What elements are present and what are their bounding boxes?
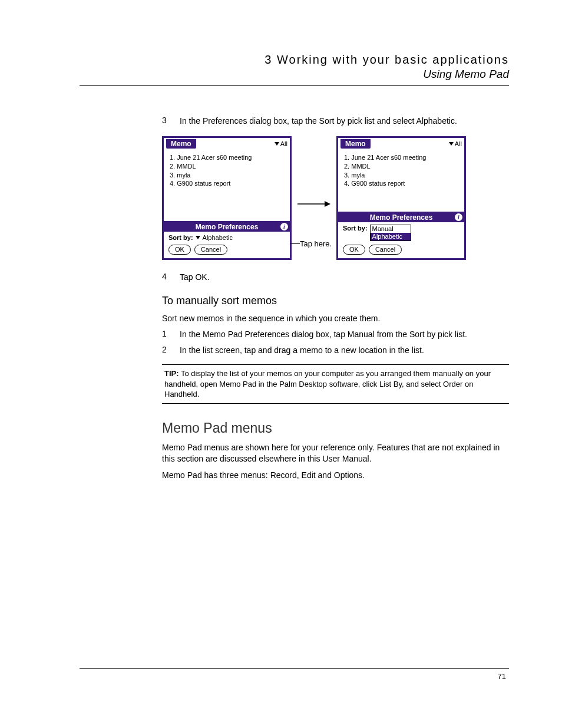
footer-rule xyxy=(80,668,509,669)
memo-tab[interactable]: Memo xyxy=(340,139,371,149)
dropdown-icon xyxy=(275,142,279,146)
category-filter[interactable]: All xyxy=(275,140,287,147)
step-3: 3 In the Preferences dialog box, tap the… xyxy=(162,116,509,127)
step-number: 3 xyxy=(162,116,180,127)
step-text: Tap OK. xyxy=(180,272,210,283)
header-rule xyxy=(80,85,509,86)
sortby-label: Sort by: xyxy=(343,225,368,232)
step-4: 4 Tap OK. xyxy=(162,272,509,283)
picklist-option-alphabetic[interactable]: Alphabetic xyxy=(371,233,411,241)
step-text: In the Preferences dialog box, tap the S… xyxy=(180,116,457,127)
list-item[interactable]: 4. G900 status report xyxy=(344,179,458,188)
info-icon[interactable]: i xyxy=(455,213,462,221)
filter-label: All xyxy=(455,140,462,147)
prefs-title: Memo Preferences xyxy=(196,223,259,231)
memo-screen-left: Memo All 1. June 21 Acer s60 meeting 2. … xyxy=(162,136,292,260)
section-title: Using Memo Pad xyxy=(80,68,509,81)
category-filter[interactable]: All xyxy=(449,140,462,147)
memo-list: 1. June 21 Acer s60 meeting 2. MMDL 3. m… xyxy=(164,151,290,190)
sortby-value[interactable]: Alphabetic xyxy=(203,234,233,241)
list-item[interactable]: 2. MMDL xyxy=(344,162,458,171)
section2-p2: Memo Pad has three menus: Record, Edit a… xyxy=(162,470,509,482)
filter-label: All xyxy=(280,140,287,147)
section2-p1: Memo Pad menus are shown here for your r… xyxy=(162,442,509,465)
page-header: 3 Working with your basic applications U… xyxy=(80,53,509,86)
sortby-picklist-open[interactable]: Manual Alphabetic xyxy=(370,225,411,241)
step-c2: 2 In the list screen, tap and drag a mem… xyxy=(162,345,509,356)
list-item[interactable]: 1. June 21 Acer s60 meeting xyxy=(344,153,458,162)
sortby-label: Sort by: xyxy=(168,234,193,241)
list-item[interactable]: 4. G900 status report xyxy=(170,179,284,188)
figure-row: Memo All 1. June 21 Acer s60 meeting 2. … xyxy=(162,136,509,260)
sub-intro: Sort new memos in the sequence in which … xyxy=(162,313,509,325)
picklist-option-manual[interactable]: Manual xyxy=(371,225,411,233)
page-number: 71 xyxy=(498,672,506,681)
svg-marker-1 xyxy=(325,201,330,207)
list-item[interactable]: 2. MMDL xyxy=(170,162,284,171)
prefs-title: Memo Preferences xyxy=(370,213,433,222)
arrow-icon xyxy=(296,200,332,208)
step-number: 2 xyxy=(162,345,180,356)
tip-text: To display the list of your memos on you… xyxy=(164,369,491,398)
dropdown-icon xyxy=(196,236,200,239)
chapter-title: 3 Working with your basic applications xyxy=(80,53,509,67)
ok-button[interactable]: OK xyxy=(343,245,365,255)
memo-list: 1. June 21 Acer s60 meeting 2. MMDL 3. m… xyxy=(338,151,464,190)
tip-label: TIP: xyxy=(164,369,179,378)
subheading-sort-memos: To manually sort memos xyxy=(162,295,509,307)
section-memo-pad-menus: Memo Pad menus xyxy=(162,420,509,436)
step-number: 1 xyxy=(162,329,180,340)
list-item[interactable]: 1. June 21 Acer s60 meeting xyxy=(170,153,284,162)
cancel-button[interactable]: Cancel xyxy=(369,245,402,255)
list-item[interactable]: 3. myla xyxy=(344,171,458,180)
cancel-button[interactable]: Cancel xyxy=(194,245,227,255)
arrow-annotation: Tap here. xyxy=(296,136,332,260)
memo-tab[interactable]: Memo xyxy=(166,139,196,149)
info-icon[interactable]: i xyxy=(280,223,288,230)
step-text: In the Memo Pad Preferences dialog box, … xyxy=(180,329,467,340)
tip-box: TIP: To display the list of your memos o… xyxy=(162,364,509,404)
memo-preferences-dialog: Memo Preferences i Sort by: Manual Alpha… xyxy=(338,212,464,258)
memo-screen-right: Memo All 1. June 21 Acer s60 meeting 2. … xyxy=(336,136,466,260)
dropdown-icon xyxy=(449,142,454,146)
list-item[interactable]: 3. myla xyxy=(170,171,284,180)
tap-here-label: Tap here. xyxy=(300,239,332,248)
memo-preferences-dialog: Memo Preferences i Sort by: Alphabetic O… xyxy=(164,221,290,258)
step-number: 4 xyxy=(162,272,180,283)
ok-button[interactable]: OK xyxy=(168,245,191,255)
step-c1: 1 In the Memo Pad Preferences dialog box… xyxy=(162,329,509,340)
step-text: In the list screen, tap and drag a memo … xyxy=(180,345,424,356)
